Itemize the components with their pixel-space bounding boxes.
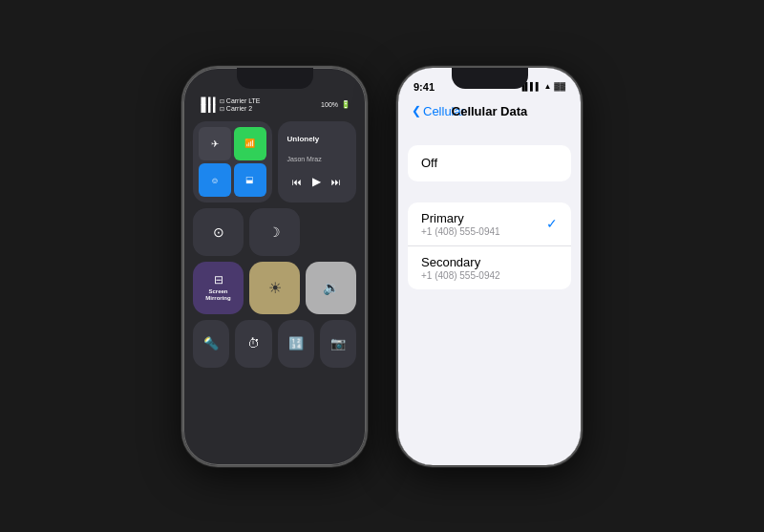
- calculator-tile[interactable]: 🔢: [278, 320, 314, 368]
- moon-icon: ☽: [268, 224, 281, 240]
- music-artist: Jason Mraz: [287, 156, 348, 162]
- status-bar: ▐▌▌▌ ⊡ Carrier LTE ▐▌▌▌ ⊡ Carrier 2 100%…: [193, 95, 356, 116]
- flashlight-tile[interactable]: 🔦: [193, 320, 229, 368]
- empty-tile: [306, 208, 356, 256]
- primary-number: +1 (408) 555-0941: [421, 226, 500, 237]
- primary-label: Primary: [421, 211, 500, 225]
- do-not-disturb-tile[interactable]: ☽: [249, 208, 300, 256]
- screen-mirroring-icon: ⊟: [214, 273, 223, 287]
- settings-group-sims: Primary +1 (408) 555-0941 ✓ Secondary +1…: [408, 202, 571, 289]
- settings-row-secondary[interactable]: Secondary +1 (408) 555-0942: [408, 246, 571, 289]
- phone-2: 9:41 ▐▌▌▌ ▲ ▓▓ ❮ Cellular Cellular Data …: [396, 66, 583, 467]
- camera-tile[interactable]: 📷: [320, 320, 356, 368]
- battery-icon: 🔋: [341, 100, 350, 109]
- carrier-2: ▐▌▌▌ ⊡ Carrier 2: [199, 105, 261, 112]
- music-controls: ⏮ ▶ ⏭: [287, 175, 348, 188]
- notch-2: [452, 68, 528, 89]
- chevron-left-icon: ❮: [412, 104, 421, 117]
- settings-spacer-1: [398, 124, 581, 145]
- screen-mirroring-label: ScreenMirroring: [205, 288, 230, 302]
- next-button[interactable]: ⏭: [331, 177, 341, 187]
- timer-tile[interactable]: ⏱: [235, 320, 271, 368]
- cellular-icon: 📶: [244, 138, 255, 148]
- music-title: Unlonely: [287, 135, 348, 143]
- settings-row-off[interactable]: Off: [408, 145, 571, 181]
- status-icons: ▐▌▌▌ ▲ ▓▓: [520, 82, 565, 91]
- off-label: Off: [421, 156, 437, 170]
- secondary-number: +1 (408) 555-0942: [421, 270, 500, 281]
- brightness-tile[interactable]: ☀: [249, 262, 300, 314]
- bluetooth-icon: ⬓: [245, 175, 254, 184]
- status-time: 9:41: [414, 81, 435, 93]
- wifi-icon: ⌾: [212, 175, 218, 185]
- wifi-status-icon: ▲: [543, 82, 551, 91]
- primary-check-icon: ✓: [546, 216, 558, 231]
- rotation-lock-icon: ⊙: [213, 224, 224, 240]
- camera-icon: 📷: [330, 336, 346, 351]
- carrier-1: ▐▌▌▌ ⊡ Carrier LTE: [199, 97, 261, 104]
- bluetooth-tile[interactable]: ⬓: [234, 163, 266, 197]
- phone-1-screen: ▐▌▌▌ ⊡ Carrier LTE ▐▌▌▌ ⊡ Carrier 2 100%…: [183, 68, 366, 465]
- battery-percent: 100%: [321, 101, 338, 108]
- secondary-label: Secondary: [421, 255, 500, 269]
- airplane-icon: ✈: [211, 138, 219, 149]
- page-title: Cellular Data: [452, 104, 527, 118]
- screen-mirroring-tile[interactable]: ⊟ ScreenMirroring: [193, 262, 244, 314]
- settings-spacer-2: [398, 181, 581, 202]
- music-player: Unlonely Jason Mraz ⏮ ▶ ⏭: [278, 121, 357, 202]
- notch-1: [237, 68, 313, 89]
- play-button[interactable]: ▶: [312, 175, 321, 188]
- control-center: ▐▌▌▌ ⊡ Carrier LTE ▐▌▌▌ ⊡ Carrier 2 100%…: [183, 68, 366, 465]
- volume-icon: 🔉: [323, 280, 339, 295]
- phone-2-screen: 9:41 ▐▌▌▌ ▲ ▓▓ ❮ Cellular Cellular Data …: [398, 68, 581, 465]
- rotation-lock-tile[interactable]: ⊙: [193, 208, 244, 256]
- phone-1: ▐▌▌▌ ⊡ Carrier LTE ▐▌▌▌ ⊡ Carrier 2 100%…: [181, 66, 368, 467]
- wifi-tile[interactable]: ⌾: [199, 163, 231, 197]
- calculator-icon: 🔢: [288, 336, 304, 351]
- cellular-tile[interactable]: 📶: [234, 127, 266, 160]
- timer-icon: ⏱: [247, 336, 260, 351]
- settings-group-off: Off: [408, 145, 571, 181]
- connectivity-group: ✈ 📶 ⌾ ⬓: [193, 121, 272, 202]
- status-right: 100% 🔋: [321, 100, 350, 109]
- prev-button[interactable]: ⏮: [292, 177, 302, 187]
- brightness-icon: ☀: [268, 279, 282, 297]
- volume-tile[interactable]: 🔉: [306, 262, 356, 314]
- battery-status-icon: ▓▓: [554, 82, 565, 91]
- navigation-bar: ❮ Cellular Cellular Data: [398, 100, 581, 124]
- flashlight-icon: 🔦: [203, 336, 219, 351]
- airplane-mode-tile[interactable]: ✈: [199, 127, 231, 160]
- settings-row-primary[interactable]: Primary +1 (408) 555-0941 ✓: [408, 202, 571, 246]
